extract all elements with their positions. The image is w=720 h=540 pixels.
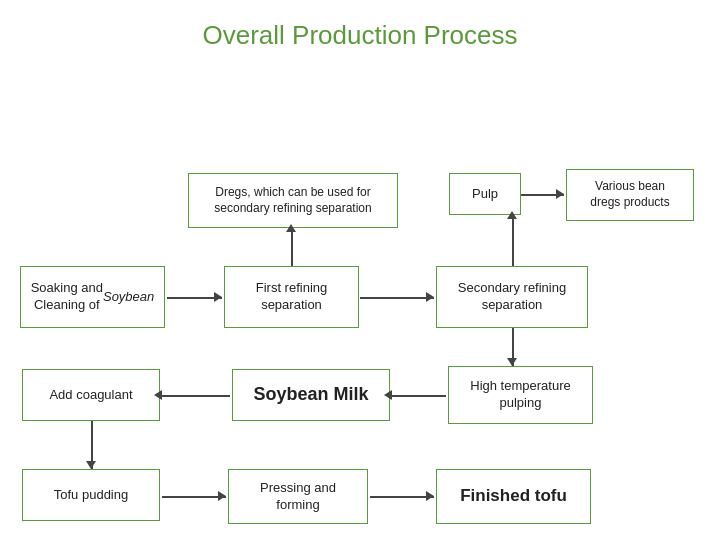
pulp-box: Pulp xyxy=(449,173,521,215)
arrow-first-secondary xyxy=(360,297,434,299)
arrowhead-soaking-first xyxy=(214,292,222,302)
arrowhead-pressing-finished xyxy=(426,491,434,501)
arrowhead-first-dregs xyxy=(286,224,296,232)
arrow-soymilk-addcoag xyxy=(162,395,230,397)
arrow-secondary-pulp xyxy=(512,215,514,266)
arrow-pressing-finished xyxy=(370,496,434,498)
arrow-tofupudding-pressing xyxy=(162,496,226,498)
soaking-box: Soaking andCleaning of Soybean xyxy=(20,266,165,328)
soybean-milk-box: Soybean Milk xyxy=(232,369,390,421)
arrowhead-first-secondary xyxy=(426,292,434,302)
arrow-hightemp-soymilk xyxy=(392,395,446,397)
secondary-refining-box: Secondary refiningseparation xyxy=(436,266,588,328)
arrowhead-addcoag-tofupudding xyxy=(86,461,96,469)
pressing-box: Pressing andforming xyxy=(228,469,368,524)
finished-tofu-box: Finished tofu xyxy=(436,469,591,524)
high-temp-box: High temperaturepulping xyxy=(448,366,593,424)
dregs-box: Dregs, which can be used forsecondary re… xyxy=(188,173,398,228)
arrowhead-pulp-various xyxy=(556,189,564,199)
arrow-first-dregs xyxy=(291,228,293,266)
diagram: Soaking andCleaning of Soybean First ref… xyxy=(0,61,720,540)
first-refining-box: First refiningseparation xyxy=(224,266,359,328)
tofu-pudding-box: Tofu pudding xyxy=(22,469,160,521)
arrowhead-soymilk-addcoag xyxy=(154,390,162,400)
page-title: Overall Production Process xyxy=(0,0,720,51)
arrowhead-tofupudding-pressing xyxy=(218,491,226,501)
various-box: Various beandregs products xyxy=(566,169,694,221)
arrowhead-hightemp-soymilk xyxy=(384,390,392,400)
arrowhead-secondary-pulp xyxy=(507,211,517,219)
arrowhead-secondary-hightemp xyxy=(507,358,517,366)
add-coagulant-box: Add coagulant xyxy=(22,369,160,421)
